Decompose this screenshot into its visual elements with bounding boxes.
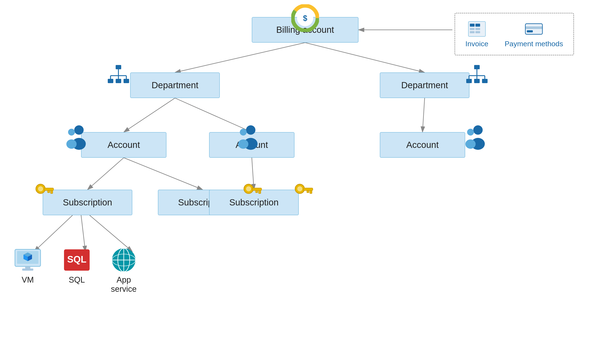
- svg-line-6: [124, 158, 203, 190]
- svg-point-55: [467, 129, 474, 136]
- svg-line-9: [81, 215, 85, 251]
- account3-box: Account: [380, 132, 465, 158]
- svg-rect-30: [124, 79, 129, 83]
- sql-label: SQL: [69, 275, 85, 285]
- account3-label: Account: [406, 140, 439, 150]
- svg-point-53: [473, 125, 483, 135]
- sub1-key-icon: [33, 181, 55, 205]
- svg-point-52: [238, 139, 248, 149]
- sql-service: SQL SQL: [62, 247, 92, 285]
- svg-rect-18: [470, 24, 475, 27]
- svg-rect-79: [22, 269, 33, 271]
- svg-line-2: [124, 98, 175, 132]
- svg-rect-37: [466, 79, 472, 83]
- svg-text:$: $: [303, 14, 307, 23]
- svg-point-56: [465, 139, 476, 149]
- svg-point-45: [74, 125, 84, 135]
- svg-text:SQL: SQL: [67, 254, 86, 264]
- billing-icon: $: [291, 4, 319, 33]
- svg-rect-60: [51, 191, 53, 194]
- svg-rect-27: [116, 65, 121, 69]
- svg-point-47: [68, 129, 75, 136]
- svg-rect-70: [310, 191, 312, 194]
- svg-rect-19: [475, 24, 480, 27]
- svg-rect-21: [475, 28, 480, 30]
- svg-rect-39: [482, 79, 488, 83]
- sub1-box: Subscription: [43, 190, 132, 215]
- svg-rect-29: [116, 79, 121, 83]
- svg-rect-25: [525, 26, 542, 29]
- svg-rect-20: [470, 28, 475, 30]
- svg-rect-69: [303, 188, 313, 191]
- svg-rect-61: [48, 191, 50, 193]
- svg-point-68: [297, 186, 302, 191]
- account1-label: Account: [108, 140, 140, 150]
- dept2-icon: [465, 64, 489, 87]
- invoice-payment-box: Invoice Payment methods: [454, 13, 574, 55]
- svg-point-63: [246, 186, 251, 191]
- account1-box: Account: [81, 132, 166, 158]
- svg-rect-38: [474, 79, 480, 83]
- app-service-label: Appservice: [111, 275, 137, 294]
- svg-line-10: [90, 215, 132, 251]
- sub3-key-icon: [292, 181, 314, 205]
- sub2-key-icon: [241, 181, 262, 205]
- invoice-item: Invoice: [465, 20, 488, 48]
- sub1-label: Subscription: [63, 197, 112, 208]
- svg-line-5: [87, 158, 124, 190]
- dept1-label: Department: [152, 80, 198, 90]
- payment-item: Payment methods: [505, 20, 563, 48]
- svg-line-4: [423, 98, 425, 132]
- svg-rect-71: [307, 191, 309, 193]
- app-service: Appservice: [109, 247, 139, 294]
- dept1-icon: [107, 64, 130, 87]
- svg-line-0: [175, 43, 305, 72]
- svg-rect-22: [470, 31, 475, 33]
- svg-line-1: [305, 43, 425, 72]
- svg-point-58: [38, 186, 43, 191]
- svg-point-51: [240, 129, 247, 136]
- diagram: $ Billing account Invoice: [0, 0, 606, 364]
- account1-person-icon: [62, 124, 90, 152]
- svg-point-48: [66, 139, 77, 149]
- invoice-label: Invoice: [465, 40, 488, 48]
- svg-rect-65: [259, 191, 261, 194]
- dept2-label: Department: [401, 80, 448, 90]
- svg-rect-66: [256, 191, 258, 193]
- payment-label: Payment methods: [505, 40, 563, 48]
- svg-rect-23: [475, 31, 480, 33]
- svg-rect-59: [44, 188, 54, 191]
- account2-person-icon: [234, 124, 262, 152]
- svg-rect-36: [474, 65, 480, 69]
- svg-line-8: [34, 215, 72, 251]
- account3-person-icon: [461, 124, 489, 152]
- dept2-box: Department: [380, 72, 469, 98]
- svg-rect-26: [527, 30, 533, 32]
- dept1-box: Department: [130, 72, 220, 98]
- svg-point-49: [246, 125, 255, 135]
- svg-rect-64: [252, 188, 262, 191]
- vm-label: VM: [22, 275, 34, 285]
- svg-rect-28: [108, 79, 113, 83]
- vm-service: VM: [13, 247, 43, 285]
